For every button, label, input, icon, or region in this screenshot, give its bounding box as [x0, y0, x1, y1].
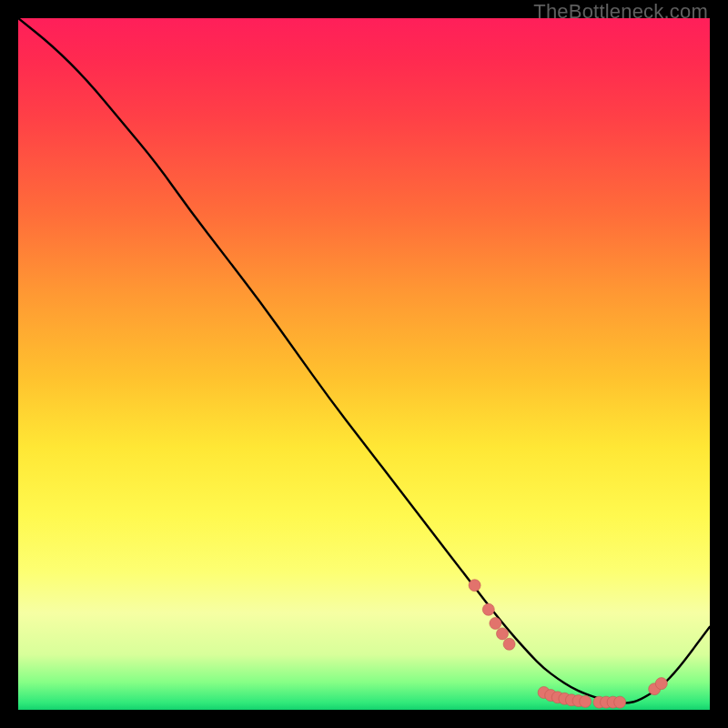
- curve-marker: [469, 580, 480, 592]
- chart-plot-area: [18, 18, 710, 710]
- curve-marker: [614, 696, 626, 708]
- curve-marker: [482, 603, 494, 615]
- chart-svg: [18, 18, 710, 710]
- curve-markers: [469, 580, 667, 708]
- curve-marker: [503, 638, 515, 650]
- bottleneck-curve: [18, 18, 710, 703]
- chart-frame: TheBottleneck.com: [0, 0, 728, 728]
- attribution-watermark: TheBottleneck.com: [533, 0, 708, 24]
- curve-marker: [580, 695, 592, 707]
- curve-marker: [490, 618, 501, 630]
- curve-marker: [497, 628, 509, 640]
- curve-marker: [655, 678, 667, 690]
